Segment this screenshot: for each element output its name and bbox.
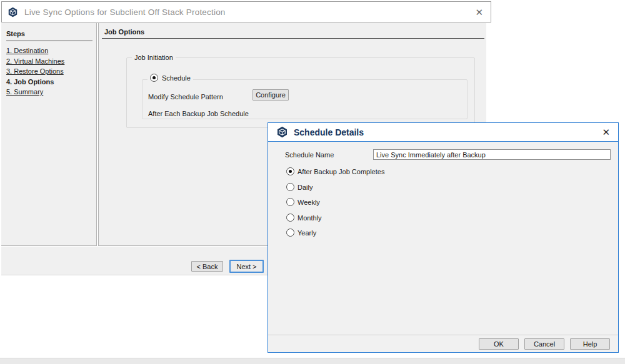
after-each-backup-label: After Each Backup Job Schedule <box>148 110 249 117</box>
radio-monthly[interactable] <box>286 214 294 222</box>
app-logo-icon <box>8 7 18 17</box>
app-logo-icon <box>276 126 288 138</box>
schedule-details-dialog: Schedule Details ✕ Schedule Name After B… <box>268 122 619 353</box>
schedule-radio[interactable] <box>150 74 158 82</box>
step-item-restore-options[interactable]: 3. Restore Options <box>6 67 91 75</box>
schedule-groupbox: Schedule Modify Schedule Pattern Configu… <box>142 79 468 119</box>
job-initiation-groupbox: Job Initiation Schedule Modify Schedule … <box>126 57 475 128</box>
dialog-titlebar: Schedule Details ✕ <box>268 123 618 142</box>
back-button[interactable]: < Back <box>191 261 223 272</box>
wizard-titlebar: Live Sync Options for Subclient Off Stac… <box>1 1 491 22</box>
page-bottom-strip <box>0 358 625 364</box>
radio-yearly[interactable] <box>286 229 294 237</box>
job-initiation-legend: Job Initiation <box>132 54 176 61</box>
step-item-virtual-machines[interactable]: 2. Virtual Machines <box>6 57 91 65</box>
configure-button[interactable]: Configure <box>252 89 289 101</box>
next-button[interactable]: Next > <box>229 260 264 273</box>
schedule-radio-group: Schedule <box>148 74 193 82</box>
ok-button[interactable]: OK <box>479 338 519 350</box>
step-item-summary[interactable]: 5. Summary <box>6 88 91 96</box>
radio-daily[interactable] <box>286 183 294 191</box>
job-options-header-rule <box>102 38 484 39</box>
dialog-body: Schedule Name After Backup Job Completes… <box>268 142 618 335</box>
radio-after-backup[interactable] <box>286 167 294 175</box>
dialog-footer: OK Cancel Help <box>268 335 618 352</box>
dialog-title: Schedule Details <box>294 127 364 137</box>
schedule-radio-label: Schedule <box>162 74 191 82</box>
option-weekly[interactable]: Weekly <box>286 198 320 206</box>
modify-schedule-pattern-label: Modify Schedule Pattern <box>148 93 223 101</box>
option-yearly[interactable]: Yearly <box>286 229 316 237</box>
radio-weekly[interactable] <box>286 198 294 206</box>
step-item-job-options-current: 4. Job Options <box>6 78 91 86</box>
step-item-destination[interactable]: 1. Destination <box>6 47 91 54</box>
schedule-name-input[interactable] <box>373 149 611 160</box>
cancel-button[interactable]: Cancel <box>524 338 564 350</box>
help-button[interactable]: Help <box>570 338 610 350</box>
steps-header: Steps <box>1 23 96 37</box>
option-daily[interactable]: Daily <box>286 183 312 191</box>
steps-list: 1. Destination 2. Virtual Machines 3. Re… <box>1 41 96 96</box>
wizard-title: Live Sync Options for Subclient Off Stac… <box>24 7 226 17</box>
screen: Live Sync Options for Subclient Off Stac… <box>0 0 625 364</box>
job-options-header: Job Options <box>99 23 486 36</box>
close-icon[interactable]: ✕ <box>602 127 610 137</box>
option-after-backup-job-completes[interactable]: After Backup Job Completes <box>286 167 384 175</box>
option-monthly[interactable]: Monthly <box>286 214 322 222</box>
steps-panel: Steps 1. Destination 2. Virtual Machines… <box>1 23 97 246</box>
close-icon[interactable]: ✕ <box>475 7 483 17</box>
schedule-name-label: Schedule Name <box>285 151 334 159</box>
